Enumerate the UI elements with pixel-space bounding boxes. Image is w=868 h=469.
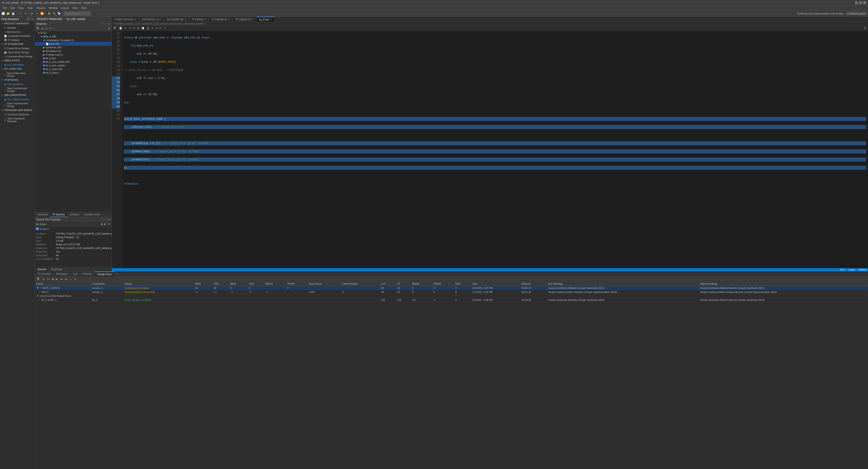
tab-libraries[interactable]: Libraries — [67, 212, 82, 217]
ed-comment[interactable]: // — [151, 26, 154, 30]
ed-delete[interactable]: 🗑 — [146, 26, 150, 30]
table-row[interactable]: ▼ ✓ synth_1 (active) constrs_1 Synthesis… — [35, 286, 868, 290]
sources-settings-btn[interactable]: ⚙ — [107, 27, 111, 30]
close-ip-catalog[interactable]: ✕ — [205, 18, 206, 21]
sources-min[interactable]: ─ — [104, 23, 106, 25]
quick-access-search[interactable] — [64, 11, 91, 15]
tab-compile-order[interactable]: Compile Order — [82, 212, 102, 217]
menu-file[interactable]: File — [1, 6, 8, 10]
menu-tools[interactable]: Tools — [25, 6, 35, 10]
table-row[interactable]: ✓ ila_0_synth_1 ila_0 synth_design Compl… — [35, 298, 868, 302]
nav-item-generate-block-design[interactable]: ⚙ Generate Block Design — [0, 55, 35, 59]
tree-item-simulation[interactable]: ▶ Simulation (3) — [35, 49, 112, 53]
nav-section-header-prog[interactable]: ▼ PROGRAM AND DEBUG — [0, 108, 35, 112]
ed-indent[interactable]: ⇥ — [154, 26, 158, 30]
tab-tcl-console[interactable]: Tcl Console — [35, 271, 54, 276]
menu-help[interactable]: Help — [80, 6, 88, 10]
toolbar-prog[interactable]: 📡 — [57, 11, 61, 16]
dr-prev[interactable]: ◀ — [51, 277, 54, 281]
toolbar-save[interactable]: 💾 — [11, 11, 16, 16]
tab-properties[interactable]: Properties — [49, 267, 65, 271]
file-prev-btn[interactable]: ◀ — [100, 222, 103, 226]
dr-next[interactable]: ▶ — [55, 277, 59, 281]
toolbar-open[interactable]: 📂 — [6, 11, 10, 16]
ed-redo[interactable]: ↪ — [128, 26, 132, 30]
tree-item-ila0-veo[interactable]: 📄 ila_0.veo — [35, 42, 112, 45]
sources-refresh-btn[interactable]: ↻ — [49, 27, 52, 30]
ed-save[interactable]: 💾 — [118, 26, 123, 30]
menu-window[interactable]: Window — [47, 6, 59, 10]
flow-nav-question[interactable]: ? — [30, 18, 31, 20]
nav-section-header-pm[interactable]: ▼ PROJECT MANAGER — [0, 22, 35, 26]
flow-nav-close[interactable]: ✕ — [32, 18, 33, 20]
ed-undo[interactable]: ↩ — [124, 26, 127, 30]
sources-search-btn[interactable]: 🔍 — [36, 27, 40, 30]
tab-project-summary[interactable]: Project Summary ✕ — [112, 17, 139, 22]
tree-item-ila0[interactable]: ▼ ila_0 (38) — [35, 35, 112, 38]
nav-section-header-rtl[interactable]: ▼ RTL ANALYSIS — [0, 67, 35, 71]
nav-item-open-synthesized[interactable]: ▷ Open Synthesized Design — [0, 86, 35, 93]
ed-settings[interactable]: ⚙ — [863, 26, 867, 30]
nav-item-create-block-design[interactable]: ⊞ Create Block Design — [0, 46, 35, 50]
dr-last[interactable]: ⏭ — [64, 277, 68, 281]
sources-question[interactable]: ? — [102, 23, 103, 25]
nav-section-header-ip[interactable]: ▼ IP INTEGRATOR — [0, 42, 35, 46]
props-question[interactable]: ? — [102, 218, 103, 221]
dr-filter[interactable]: ⊟ — [41, 277, 45, 281]
nav-item-generate-bitstream[interactable]: ⬛ Generate Bitstream — [0, 112, 35, 116]
props-close[interactable]: ✕ — [108, 218, 110, 221]
menu-reports[interactable]: Reports — [35, 6, 47, 10]
sources-collapse-btn[interactable]: ⊘ — [45, 27, 48, 30]
nav-section-header-sim[interactable]: ▼ SIMULATION — [0, 59, 35, 63]
file-next-btn[interactable]: ▶ — [103, 222, 106, 226]
code-content[interactable]: always @ (posedge sys_clk or negedge sys… — [122, 31, 868, 268]
close-xdc[interactable]: ✕ — [185, 18, 186, 21]
toolbar-step[interactable]: ⏩ — [40, 11, 44, 16]
nav-item-run-simulation[interactable]: ▶ Run Simulation — [0, 63, 35, 67]
tab-design-runs[interactable]: Design Runs — [95, 271, 115, 276]
tree-item-ila0-sim-v[interactable]: ila_0_sim_netlist.v — [35, 64, 112, 67]
menu-flow[interactable]: Flow — [17, 6, 25, 10]
tab-reports[interactable]: Reports — [80, 271, 95, 276]
tab-log[interactable]: Log — [70, 271, 80, 276]
close-button[interactable]: ✕ — [863, 1, 866, 4]
tab-general[interactable]: General — [35, 267, 49, 271]
toolbar-run[interactable]: ▶ — [30, 11, 34, 16]
tab-hierarchy[interactable]: Hierarchy — [35, 212, 51, 217]
ed-outdent[interactable]: ⇤ — [159, 26, 162, 30]
nav-item-open-hardware-manager[interactable]: 🖥 Open Hardware Manager — [0, 116, 35, 123]
props-max[interactable]: □ — [106, 218, 108, 221]
nav-item-language-templates[interactable]: 📄 Language Templates — [0, 34, 35, 38]
nav-item-settings[interactable]: ⚙ Settings — [0, 26, 35, 30]
nav-item-add-sources[interactable]: + Add Sources — [0, 30, 35, 34]
tree-item-ila0-dcp[interactable]: ila_0.dcp — [35, 57, 112, 60]
file-settings-btn[interactable]: ⚙ — [107, 222, 111, 226]
table-row-group[interactable]: ▼ Out-of-Context Module Runs — [35, 294, 868, 298]
tree-item-inst-template[interactable]: ▼ Instantiation Template (1) — [35, 38, 112, 42]
sources-max[interactable]: □ — [106, 23, 108, 25]
minimize-button[interactable]: ─ — [855, 1, 858, 4]
maximize-button[interactable]: □ — [859, 1, 862, 4]
dr-search[interactable]: 🔍 — [36, 277, 41, 281]
sources-add-btn[interactable]: + — [53, 27, 55, 30]
tab-led-twinkle-xdc[interactable]: led_twinkle.xdc ✕ — [164, 17, 189, 22]
toolbar-stop[interactable]: ■ — [35, 11, 39, 16]
window-controls[interactable]: ─ □ ✕ — [855, 1, 866, 4]
close-led-twinkle[interactable]: ✕ — [159, 18, 161, 21]
ed-close[interactable]: ✕ — [132, 26, 136, 30]
props-min[interactable]: ─ — [104, 218, 106, 221]
menu-edit[interactable]: Edit — [8, 6, 17, 10]
flow-nav-pin[interactable]: 📌 — [26, 18, 29, 20]
close-ip-catalog-2[interactable]: ✕ — [228, 18, 230, 21]
tab-ip-catalog[interactable]: IP Catalog ✕ — [189, 17, 209, 22]
toolbar-impl[interactable]: 🔧 — [52, 11, 56, 16]
sources-close[interactable]: ✕ — [108, 23, 110, 25]
nav-item-open-elaborated[interactable]: ▷ Open Elaborated Design — [0, 71, 35, 78]
tree-item-ila0-stub-vhdl[interactable]: ila_0_stub.vhdl — [35, 67, 112, 71]
ed-search[interactable]: 🔍 — [113, 26, 118, 30]
tab-ip-sources[interactable]: IP Sources — [51, 212, 67, 217]
dr-settings[interactable]: % — [73, 277, 77, 281]
table-row[interactable]: ✓ impl_1 constrs_1 Implementation Out-of… — [35, 290, 868, 294]
tab-led-twinkle-v[interactable]: led_twinkle.v ● ✕ — [139, 17, 164, 22]
close-bottom-tab[interactable]: ✕ — [115, 271, 119, 276]
